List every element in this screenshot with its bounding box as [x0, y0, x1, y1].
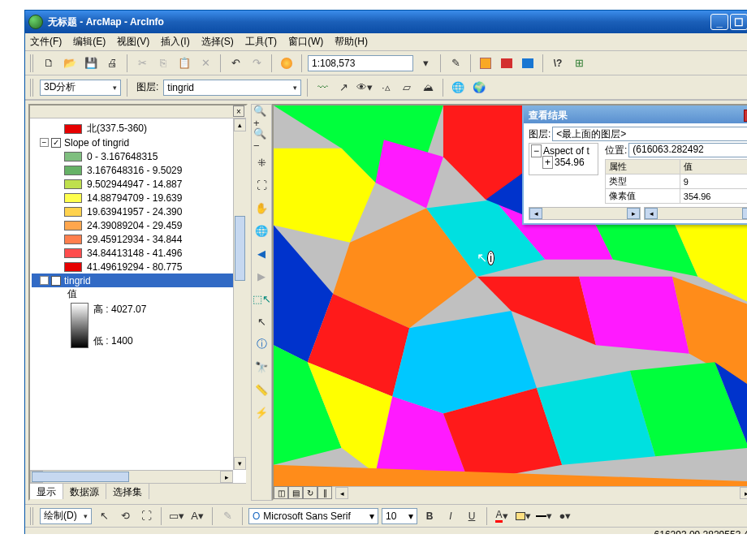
measure-icon[interactable]: 📏 [253, 381, 270, 398]
font-size-dropdown[interactable]: 10▾ [382, 508, 417, 524]
identify-feature-tree[interactable]: −Aspect of t +354.96 [529, 143, 598, 175]
layout-view-tab[interactable]: ▤ [288, 486, 303, 499]
rotate-icon[interactable]: ⟲ [116, 507, 134, 525]
menu-help[interactable]: 帮助(H) [335, 35, 368, 49]
identify-layer-dropdown[interactable]: <最上面的图层>▾ [552, 127, 747, 141]
back-extent-icon[interactable]: ◀ [253, 244, 270, 262]
bold-button[interactable]: B [421, 507, 438, 525]
interpolate-point-icon[interactable]: ·▵ [377, 79, 395, 97]
minimize-button[interactable]: _ [710, 14, 728, 30]
menu-window[interactable]: 窗口(W) [288, 35, 323, 49]
add-data-icon[interactable] [278, 54, 296, 72]
menu-select[interactable]: 选择(S) [201, 35, 234, 49]
select-features-icon[interactable]: ⬚↖ [253, 290, 270, 308]
toc-close-button[interactable]: × [233, 106, 244, 117]
identify-close-button[interactable]: × [744, 110, 747, 122]
undo-icon[interactable]: ↶ [227, 54, 244, 72]
steepest-path-icon[interactable]: ↗ [335, 79, 352, 97]
legend-class-row[interactable]: 24.39089204 - 29.459 [32, 218, 244, 232]
legend-class-row[interactable]: 14.88794709 - 19.639 [32, 191, 244, 205]
tab-display[interactable]: 显示 [30, 484, 63, 499]
toc-tree[interactable]: 北(337.5-360) − ✓ Slope of tingrid 0 - 3.… [30, 118, 246, 499]
toc-hscrollbar[interactable]: ◂ ▸ [30, 470, 233, 483]
legend-class-row[interactable]: 9.502944947 - 14.887 [32, 177, 244, 191]
contour-icon[interactable]: 〰 [313, 79, 331, 97]
edit-vertices-icon[interactable]: ✎ [218, 507, 236, 525]
location-value[interactable]: (616063.282492 [628, 143, 747, 157]
layer-dropdown[interactable]: tingrid▾ [163, 80, 301, 96]
legend-class-row[interactable]: 34.84413148 - 41.496 [32, 246, 244, 260]
toolbar-grip[interactable] [30, 54, 35, 72]
arctoolbox-icon[interactable] [498, 54, 516, 72]
new-doc-icon[interactable]: 🗋 [40, 54, 58, 72]
print-icon[interactable]: 🖨 [103, 54, 121, 72]
pause-icon[interactable]: ‖ [317, 486, 332, 499]
italic-button[interactable]: I [442, 507, 460, 525]
select-elements-icon[interactable]: ↖ [253, 312, 270, 330]
menu-edit[interactable]: 编辑(E) [73, 35, 106, 49]
expander-icon[interactable]: − [40, 276, 49, 285]
toc-vscrollbar[interactable]: ▴ ▾ [233, 118, 246, 470]
tab-selection[interactable]: 选择集 [106, 484, 149, 499]
slope-layer-name[interactable]: Slope of tingrid [64, 137, 129, 149]
slope-checkbox[interactable]: ✓ [51, 138, 61, 148]
marker-color-icon[interactable]: ●▾ [556, 507, 574, 525]
add-plus-icon[interactable]: ⊞ [570, 54, 588, 72]
fill-color-icon[interactable]: ▾ [514, 507, 532, 525]
map-view[interactable]: ↖i ◫ ▤ ↻ ‖ ◂ ▸ 查看结果 × [272, 104, 747, 501]
save-icon[interactable]: 💾 [82, 54, 100, 72]
command-line-icon[interactable] [519, 54, 537, 72]
identify-scrollbar[interactable]: ◂▸ ◂▸ [529, 207, 747, 220]
toolbar-grip[interactable] [30, 507, 35, 525]
identify-icon[interactable]: ⓘ [253, 335, 270, 353]
font-color-icon[interactable]: A▾ [493, 507, 511, 525]
find-icon[interactable]: 🔭 [253, 358, 270, 376]
tingrid-checkbox[interactable]: ✓ [51, 276, 61, 286]
3d-analysis-dropdown[interactable]: 3D分析▾ [40, 80, 121, 96]
underline-button[interactable]: U [463, 507, 481, 525]
arcglobe-icon[interactable]: 🌍 [470, 79, 488, 97]
toolbar-grip[interactable] [30, 79, 35, 97]
arccatalog-icon[interactable] [477, 54, 494, 72]
text-tool-icon[interactable]: A▾ [188, 507, 206, 525]
map-scale-input[interactable] [308, 55, 413, 71]
pan-icon[interactable]: ✋ [253, 199, 270, 217]
line-color-icon[interactable]: ▾ [535, 507, 553, 525]
open-icon[interactable]: 📂 [61, 54, 79, 72]
expander-icon[interactable]: − [40, 138, 49, 147]
legend-class-row[interactable]: 41.49619294 - 80.775 [32, 260, 244, 274]
forward-extent-icon[interactable]: ▶ [253, 267, 270, 285]
full-extent-icon[interactable]: 🌐 [253, 222, 270, 239]
maximize-button[interactable]: ☐ [730, 14, 747, 30]
legend-class-row[interactable]: 29.45912934 - 34.844 [32, 232, 244, 246]
menu-file[interactable]: 文件(F) [30, 35, 62, 49]
draw-menu[interactable]: 绘制(D)▾ [40, 508, 92, 524]
tab-source[interactable]: 数据源 [63, 484, 106, 499]
menu-tools[interactable]: 工具(T) [245, 35, 277, 49]
whats-this-icon[interactable]: \? [549, 54, 567, 72]
refresh-icon[interactable]: ↻ [303, 486, 317, 499]
title-bar[interactable]: 无标题 - ArcMap - ArcInfo _ ☐ ✕ [25, 11, 747, 33]
legend-class-row[interactable]: 19.63941957 - 24.390 [32, 205, 244, 218]
interpolate-line-icon[interactable]: ▱ [398, 79, 416, 97]
zoom-out-icon[interactable]: 🔍− [253, 131, 270, 149]
legend-class-row[interactable]: 3.167648316 - 9.5029 [32, 163, 244, 177]
data-view-tab[interactable]: ◫ [274, 486, 288, 499]
fixed-zoom-out-icon[interactable]: ⛶ [253, 176, 270, 194]
menu-insert[interactable]: 插入(I) [161, 35, 189, 49]
tingrid-layer-name[interactable]: tingrid [64, 275, 91, 286]
fixed-zoom-in-icon[interactable]: ⁜ [253, 153, 270, 171]
hyperlink-icon[interactable]: ⚡ [253, 403, 270, 421]
profile-graph-icon[interactable]: ⛰ [419, 79, 437, 97]
scale-dropdown-icon[interactable]: ▾ [417, 54, 434, 72]
identify-results-panel[interactable]: 查看结果 × 图层: <最上面的图层>▾ −Aspect of t +354.9… [522, 106, 747, 225]
zoom-in-icon[interactable]: 🔍+ [253, 108, 270, 126]
delete-icon[interactable]: ✕ [196, 54, 214, 72]
select-elements-icon[interactable]: ↖ [95, 507, 113, 525]
redo-icon[interactable]: ↷ [248, 54, 266, 72]
arcscene-icon[interactable]: 🌐 [449, 79, 467, 97]
menu-view[interactable]: 视图(V) [117, 35, 149, 49]
cut-icon[interactable]: ✂ [133, 54, 151, 72]
font-dropdown[interactable]: OMicrosoft Sans Serif▾ [248, 508, 378, 524]
copy-icon[interactable]: ⎘ [154, 54, 172, 72]
